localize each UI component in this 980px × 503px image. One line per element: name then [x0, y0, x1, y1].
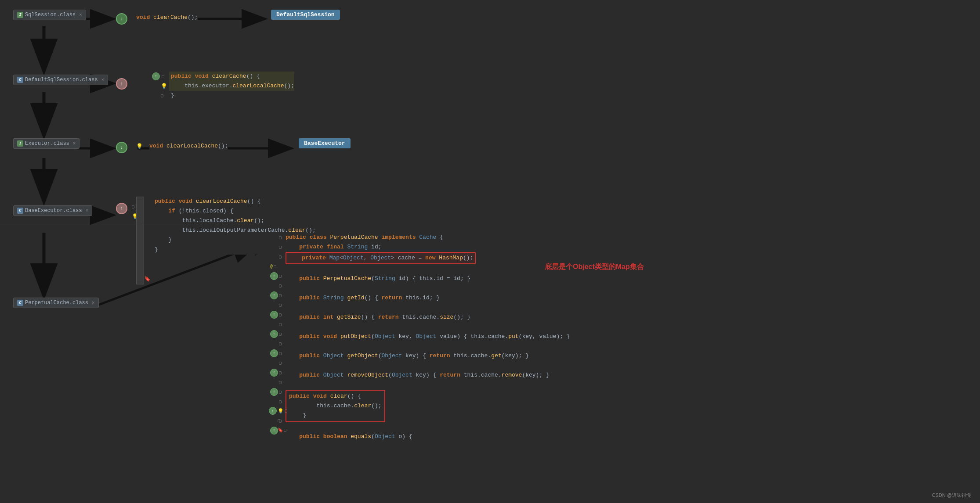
gutter-line-3: ▢: [152, 91, 167, 101]
tab-close-baseexecutor[interactable]: ×: [86, 208, 89, 213]
tab-label-defaultsqlsession: DefaultSqlSession.class: [25, 77, 98, 83]
tab-close-defaultsqlsession[interactable]: ×: [101, 77, 105, 83]
bulb-icon-executor: 💡: [136, 143, 143, 150]
tab-icon-executor: I: [17, 140, 23, 147]
tab-label-perpetualcache: PerpetualCache.class: [25, 300, 88, 306]
code-perpetualcache-main: public class PerpetualCache implements C…: [286, 233, 570, 442]
tab-executor[interactable]: I Executor.class ×: [13, 138, 80, 149]
nav-badge-2[interactable]: ↑: [116, 78, 127, 90]
code-defaultsqlsession-clearcache: public void clearCache() { this.executor…: [169, 72, 294, 101]
chinese-annotation: 底层是个Object类型的Map集合: [545, 262, 644, 272]
tab-defaultsqlsession[interactable]: C DefaultSqlSession.class ×: [13, 75, 108, 85]
tab-icon-sqlsession: I: [17, 12, 23, 18]
tab-close-perpetualcache[interactable]: ×: [92, 300, 95, 305]
code-clear-cache-signature: void clearCache();: [136, 13, 198, 22]
tab-baseexecutor[interactable]: C BaseExecutor.class ×: [13, 205, 92, 216]
tab-label-sqlsession: SqlSession.class: [25, 12, 76, 18]
tab-icon-baseexecutor: C: [17, 208, 23, 214]
bulb-icon-1: 💡: [161, 83, 167, 90]
svg-line-12: [92, 246, 255, 307]
nav-badge-3[interactable]: ↓: [116, 142, 127, 153]
tab-label-executor: Executor.class: [25, 140, 69, 147]
gutter-line-1: ↑ ▢: [152, 72, 167, 81]
selection-sidebar: [136, 197, 144, 284]
tab-label-baseexecutor: BaseExecutor.class: [25, 208, 82, 214]
bookmark-be: 🔖: [144, 276, 151, 282]
tab-sqlsession[interactable]: I SqlSession.class ×: [13, 10, 86, 20]
separator-1: [0, 224, 264, 224]
dest-defaultsqlsession[interactable]: DefaultSqlSession: [271, 10, 340, 20]
dest-baseexecutor[interactable]: BaseExecutor: [299, 138, 351, 148]
gutter-badge-green-1: ↑: [152, 72, 160, 80]
nav-badge-1[interactable]: ↓: [116, 13, 127, 25]
csdn-watermark: CSDN @追味很慢: [932, 492, 971, 499]
gutter-line-2: 💡: [152, 81, 167, 91]
code-clearlocalcache-signature: void clearLocalCache();: [149, 142, 228, 151]
gutter-perpetualcache: ▢ ▢ ▢ @▢ ↑▢ ▢ ↑▢ ▢ ↑▢ ▢ ↑▢ ▢ ↑▢ ▢ ↑▢ ▢ ↑…: [270, 233, 282, 435]
tab-close-executor[interactable]: ×: [73, 141, 76, 146]
tab-perpetualcache[interactable]: C PerpetualCache.class ×: [13, 298, 99, 308]
tab-icon-defaultsqlsession: C: [17, 77, 23, 83]
gutter-clear-method: ↑ 💡 ▢ ▢ 🔖 ▢: [269, 406, 287, 435]
tab-close-sqlsession[interactable]: ×: [79, 12, 82, 18]
tab-icon-perpetualcache: C: [17, 300, 23, 306]
nav-badge-4[interactable]: ↑: [116, 203, 127, 214]
